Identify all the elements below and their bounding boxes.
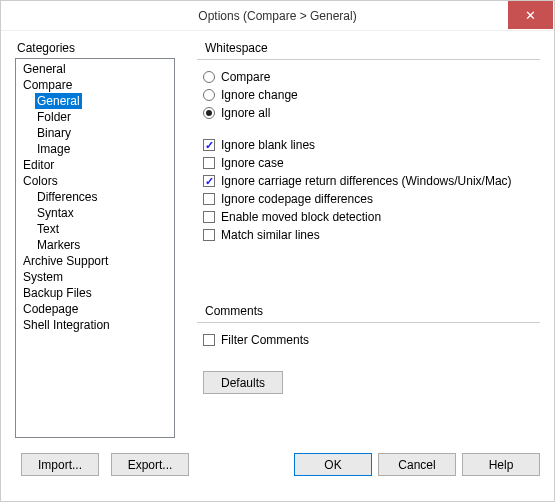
whitespace-radio[interactable]: Ignore all: [203, 104, 540, 122]
whitespace-options: CompareIgnore changeIgnore all: [197, 59, 540, 122]
option-checkbox[interactable]: Ignore codepage differences: [203, 190, 540, 208]
checkbox-label: Enable moved block detection: [221, 208, 381, 226]
option-checkbox[interactable]: Enable moved block detection: [203, 208, 540, 226]
general-checks: Ignore blank linesIgnore caseIgnore carr…: [197, 136, 540, 244]
radio-icon: [203, 71, 215, 83]
tree-item[interactable]: General: [35, 93, 82, 109]
comments-label: Comments: [205, 304, 540, 318]
checkbox-label: Ignore codepage differences: [221, 190, 373, 208]
checkbox-icon: [203, 193, 215, 205]
cancel-button[interactable]: Cancel: [378, 453, 456, 476]
option-checkbox[interactable]: Ignore case: [203, 154, 540, 172]
dialog-body: Categories GeneralCompareGeneralFolderBi…: [1, 31, 554, 447]
whitespace-label: Whitespace: [205, 41, 540, 55]
close-icon: ✕: [525, 8, 536, 23]
tree-item[interactable]: Compare: [21, 77, 174, 93]
radio-label: Ignore change: [221, 86, 298, 104]
tree-item[interactable]: Image: [35, 142, 72, 156]
settings-panel: Whitespace CompareIgnore changeIgnore al…: [175, 41, 540, 441]
help-button[interactable]: Help: [462, 453, 540, 476]
export-button[interactable]: Export...: [111, 453, 189, 476]
comments-body: Filter Comments: [197, 322, 540, 349]
radio-icon: [203, 89, 215, 101]
whitespace-radio[interactable]: Compare: [203, 68, 540, 86]
checkbox-label: Match similar lines: [221, 226, 320, 244]
close-button[interactable]: ✕: [508, 1, 553, 29]
checkbox-icon: [203, 229, 215, 241]
checkbox-icon: [203, 139, 215, 151]
tree-item[interactable]: Binary: [35, 126, 73, 140]
radio-label: Ignore all: [221, 104, 270, 122]
tree-item[interactable]: Editor: [21, 157, 174, 173]
tree-item[interactable]: Codepage: [21, 301, 174, 317]
dialog-buttons: Import... Export... OK Cancel Help: [1, 447, 554, 488]
checkbox-icon: [203, 334, 215, 346]
checkbox-label: Ignore case: [221, 154, 284, 172]
window-title: Options (Compare > General): [1, 9, 554, 23]
tree-item[interactable]: Colors: [21, 173, 174, 189]
tree-item[interactable]: Backup Files: [21, 285, 174, 301]
checkbox-icon: [203, 211, 215, 223]
radio-label: Compare: [221, 68, 270, 86]
whitespace-radio[interactable]: Ignore change: [203, 86, 540, 104]
checkbox-label: Ignore carriage return differences (Wind…: [221, 172, 512, 190]
tree-item[interactable]: Markers: [35, 238, 82, 252]
tree-item[interactable]: Syntax: [35, 206, 76, 220]
option-checkbox[interactable]: Ignore carriage return differences (Wind…: [203, 172, 540, 190]
defaults-button[interactable]: Defaults: [203, 371, 283, 394]
tree-item[interactable]: General: [21, 61, 174, 77]
filter-comments-checkbox[interactable]: Filter Comments: [203, 331, 540, 349]
categories-label: Categories: [17, 41, 175, 55]
tree-item[interactable]: Shell Integration: [21, 317, 174, 333]
checkbox-label: Ignore blank lines: [221, 136, 315, 154]
tree-item[interactable]: Text: [35, 222, 61, 236]
checkbox-icon: [203, 157, 215, 169]
ok-button[interactable]: OK: [294, 453, 372, 476]
tree-item[interactable]: Archive Support: [21, 253, 174, 269]
checkbox-icon: [203, 175, 215, 187]
option-checkbox[interactable]: Match similar lines: [203, 226, 540, 244]
tree-item[interactable]: Differences: [35, 190, 99, 204]
checkbox-label: Filter Comments: [221, 331, 309, 349]
tree-item[interactable]: System: [21, 269, 174, 285]
categories-tree[interactable]: GeneralCompareGeneralFolderBinaryImageEd…: [15, 58, 175, 438]
categories-panel: Categories GeneralCompareGeneralFolderBi…: [15, 41, 175, 441]
tree-item[interactable]: Folder: [35, 110, 73, 124]
option-checkbox[interactable]: Ignore blank lines: [203, 136, 540, 154]
whitespace-group: Whitespace CompareIgnore changeIgnore al…: [197, 41, 540, 122]
titlebar: Options (Compare > General) ✕: [1, 1, 554, 31]
comments-group: Comments Filter Comments: [197, 304, 540, 349]
radio-icon: [203, 107, 215, 119]
import-button[interactable]: Import...: [21, 453, 99, 476]
